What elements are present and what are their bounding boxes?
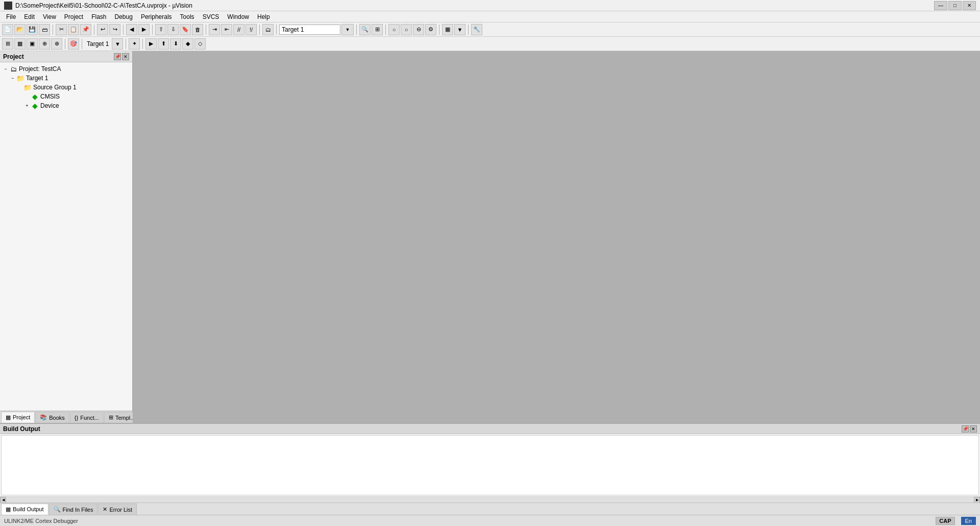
run-btn-1[interactable]: ▶ xyxy=(145,38,157,50)
radio-btn-1[interactable]: ○ xyxy=(388,24,400,35)
run-btn-5[interactable]: ◇ xyxy=(194,38,206,50)
menu-svcs[interactable]: SVCS xyxy=(199,12,224,21)
run-btn-4[interactable]: ◆ xyxy=(182,38,193,50)
open-file-button[interactable]: 📂 xyxy=(14,24,26,35)
build-btn-1[interactable]: ⊞ xyxy=(2,38,13,50)
tree-item-source-group[interactable]: 📁 Source Group 1 xyxy=(0,83,132,92)
tab-find-in-files[interactable]: 🔍 Find In Files xyxy=(49,504,98,515)
separator-8 xyxy=(356,25,357,35)
source-group-label: Source Group 1 xyxy=(33,84,77,91)
tree-item-target1[interactable]: − 📁 Target 1 xyxy=(0,74,132,83)
panel-pin-button[interactable]: 📌 xyxy=(114,53,121,60)
minimize-button[interactable]: — xyxy=(934,1,947,10)
tree-item-device[interactable]: + ◆ Device xyxy=(0,101,132,110)
tab-find-label: Find In Files xyxy=(63,507,93,513)
menu-view[interactable]: View xyxy=(39,12,60,21)
tab-error-label: Error List xyxy=(109,507,132,513)
expander-device[interactable]: + xyxy=(23,102,31,109)
bookmark-next-button[interactable]: ⇩ xyxy=(167,24,179,35)
bottom-panel: Build Output 📌 ✕ ◀ ▶ ▦ Build Output 🔍 Fi… xyxy=(0,423,980,515)
radio-btn-2[interactable]: ○ xyxy=(401,24,412,35)
redo-button[interactable]: ↪ xyxy=(109,24,120,35)
project-panel-title: Project xyxy=(3,53,24,60)
editor-area[interactable] xyxy=(133,51,980,423)
find-button[interactable]: 🔍 xyxy=(359,24,371,35)
indent-button[interactable]: ⇥ xyxy=(209,24,220,35)
close-button[interactable]: ✕ xyxy=(963,1,976,10)
uncomment-button[interactable]: !/ xyxy=(246,24,257,35)
paste-button[interactable]: 📌 xyxy=(80,24,91,35)
expander-target1[interactable]: − xyxy=(9,75,16,82)
nav-back-button[interactable]: ◀ xyxy=(126,24,137,35)
nav-forward-button[interactable]: ▶ xyxy=(138,24,150,35)
bookmark-prev-button[interactable]: ⇧ xyxy=(155,24,166,35)
build-output-content[interactable] xyxy=(1,435,979,495)
comment-button[interactable]: // xyxy=(233,24,244,35)
title-bar-controls[interactable]: — □ ✕ xyxy=(934,1,976,10)
bottom-panel-pin-button[interactable]: 📌 xyxy=(962,425,969,433)
build-btn-2[interactable]: ▦ xyxy=(14,38,26,50)
expander-cmsis[interactable] xyxy=(23,93,31,100)
run-btn-2[interactable]: ⬆ xyxy=(158,38,169,50)
scroll-left-arrow[interactable]: ◀ xyxy=(0,497,6,503)
bookmark-set-button[interactable]: 🔖 xyxy=(180,24,191,35)
menu-file[interactable]: File xyxy=(2,12,20,21)
build-btn-5[interactable]: ⊗ xyxy=(51,38,62,50)
status-right: CAP En xyxy=(936,517,976,525)
tab-books[interactable]: 📚 Books xyxy=(35,412,69,423)
menu-help[interactable]: Help xyxy=(253,12,274,21)
copy-button[interactable]: 📋 xyxy=(68,24,79,35)
panel-close-button[interactable]: ✕ xyxy=(122,53,129,60)
search-input[interactable] xyxy=(279,25,340,35)
run-btn-3[interactable]: ⬇ xyxy=(170,38,181,50)
menu-peripherals[interactable]: Peripherals xyxy=(137,12,176,21)
expander-project[interactable]: − xyxy=(2,65,9,73)
target-select-btn[interactable]: 🎯 xyxy=(68,38,79,50)
expander-source-group[interactable] xyxy=(16,84,23,91)
settings-button[interactable]: ⚙ xyxy=(425,24,436,35)
scroll-track[interactable] xyxy=(6,497,974,503)
target-dropdown[interactable]: ▼ xyxy=(112,38,123,50)
bottom-panel-close-button[interactable]: ✕ xyxy=(970,425,977,433)
find-in-files-button[interactable]: ⊞ xyxy=(372,24,383,35)
menu-flash[interactable]: Flash xyxy=(87,12,110,21)
bookmark-clear-button[interactable]: 🗑 xyxy=(192,24,203,35)
language-button[interactable]: En xyxy=(961,517,976,525)
separator-4 xyxy=(152,25,153,35)
tab-project[interactable]: ▦ Project xyxy=(1,412,35,423)
view-options-button[interactable]: ▼ xyxy=(454,24,465,35)
tab-functions-label: Funct... xyxy=(80,415,99,421)
scroll-right-arrow[interactable]: ▶ xyxy=(974,497,980,503)
toggle-button[interactable]: ⊖ xyxy=(413,24,424,35)
tree-item-project[interactable]: − 🗂 Project: TestCA xyxy=(0,64,132,74)
build-btn-3[interactable]: ▣ xyxy=(27,38,38,50)
toolbar-1: 📄 📂 💾 🗃 ✂ 📋 📌 ↩ ↪ ◀ ▶ ⇧ ⇩ 🔖 🗑 ⇥ ⇤ // !/ … xyxy=(0,22,980,37)
open-dialog-button[interactable]: 🗂 xyxy=(262,24,274,35)
build-btn-4[interactable]: ⊕ xyxy=(39,38,50,50)
menu-tools[interactable]: Tools xyxy=(176,12,199,21)
tab-build-output[interactable]: ▦ Build Output xyxy=(1,504,48,515)
tree-item-cmsis[interactable]: ◆ CMSIS xyxy=(0,92,132,101)
status-bar: ULINK2/ME Cortex Debugger CAP En xyxy=(0,515,980,526)
menu-debug[interactable]: Debug xyxy=(111,12,137,21)
tab-project-icon: ▦ xyxy=(6,414,11,421)
unindent-button[interactable]: ⇤ xyxy=(221,24,232,35)
tools-button[interactable]: 🔧 xyxy=(471,24,482,35)
tab-functions-icon: {} xyxy=(75,415,78,421)
separator-6 xyxy=(259,25,260,35)
undo-button[interactable]: ↩ xyxy=(97,24,108,35)
menu-window[interactable]: Window xyxy=(223,12,253,21)
search-dropdown[interactable]: ▼ xyxy=(341,24,354,35)
menu-edit[interactable]: Edit xyxy=(20,12,39,21)
cut-button[interactable]: ✂ xyxy=(56,24,67,35)
menu-project[interactable]: Project xyxy=(60,12,87,21)
bottom-panel-controls: 📌 ✕ xyxy=(962,425,977,433)
save-file-button[interactable]: 💾 xyxy=(27,24,38,35)
tab-functions[interactable]: {} Funct... xyxy=(70,412,104,423)
magic-wand-btn[interactable]: ✦ xyxy=(129,38,140,50)
new-file-button[interactable]: 📄 xyxy=(2,24,13,35)
maximize-button[interactable]: □ xyxy=(948,1,962,10)
view-layout-button[interactable]: ▦ xyxy=(442,24,453,35)
tab-error-list[interactable]: ✕ Error List xyxy=(98,504,137,515)
save-all-button[interactable]: 🗃 xyxy=(39,24,50,35)
